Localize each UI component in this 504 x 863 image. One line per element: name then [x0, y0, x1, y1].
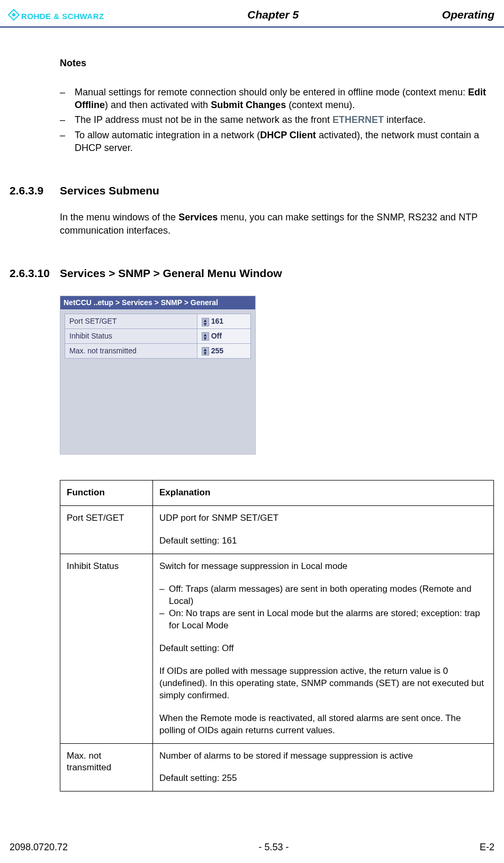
field-value[interactable]: ▴▾255: [197, 344, 250, 359]
section-heading: 2.6.3.9 Services Submenu: [10, 183, 494, 198]
screenshot-titlebar: NetCCU ..etup > Services > SNMP > Genera…: [60, 296, 255, 309]
field-label: Port SET/GET: [65, 314, 197, 329]
section-number: 2.6.3.10: [10, 266, 60, 281]
logo-diamond-icon: [8, 9, 20, 21]
explanation-cell: UDP port for SNMP SET/GET Default settin…: [153, 506, 494, 554]
note-item: – To allow automatic integration in a ne…: [60, 129, 494, 155]
explanation-cell: Switch for message suppression in Local …: [153, 554, 494, 743]
table-header-row: Function Explanation: [60, 481, 494, 506]
chapter-label: Chapter 5: [247, 7, 299, 22]
field-label: Max. not transmitted: [65, 344, 197, 359]
field-value[interactable]: ▴▾161: [197, 314, 250, 329]
col-function: Function: [60, 481, 153, 506]
footer-left: 2098.0720.72: [10, 841, 68, 853]
explanation-cell: Number of alarms to be stored if message…: [153, 743, 494, 791]
screenshot-table: Port SET/GET ▴▾161 Inhibit Status ▴▾Off …: [65, 314, 251, 359]
bullet-dash: –: [60, 113, 75, 126]
footer-right: E-2: [480, 841, 494, 853]
bullet-dash: –: [60, 86, 75, 112]
field-label: Inhibit Status: [65, 329, 197, 344]
footer-center: - 5.53 -: [259, 841, 289, 853]
page-footer: 2098.0720.72 - 5.53 - E-2: [0, 841, 504, 853]
section-title: Services > SNMP > General Menu Window: [60, 266, 282, 281]
note-item: – Manual settings for remote connection …: [60, 86, 494, 112]
section-number: 2.6.3.9: [10, 183, 60, 198]
col-explanation: Explanation: [153, 481, 494, 506]
menu-screenshot: NetCCU ..etup > Services > SNMP > Genera…: [60, 296, 256, 455]
func-cell: Port SET/GET: [60, 506, 153, 554]
section-body: In the menu windows of the Services menu…: [60, 211, 494, 237]
note-text: Manual settings for remote connection sh…: [75, 86, 494, 112]
spinner-icon[interactable]: ▴▾: [202, 347, 209, 355]
page-category: Operating: [442, 7, 494, 22]
section-title: Services Submenu: [60, 183, 159, 198]
notes-heading: Notes: [60, 57, 494, 69]
logo-text: ROHDE & SCHWARZ: [21, 11, 104, 22]
explanation-list: –Off: Traps (alarm messages) are sent in…: [159, 583, 487, 632]
brand-logo: ROHDE & SCHWARZ: [10, 11, 104, 22]
spinner-icon[interactable]: ▴▾: [202, 318, 209, 326]
section-heading: 2.6.3.10 Services > SNMP > General Menu …: [10, 266, 494, 281]
page-header: ROHDE & SCHWARZ Chapter 5 Operating: [0, 0, 504, 28]
bullet-dash: –: [60, 129, 75, 155]
list-item: –On: No traps are sent in Local mode but…: [159, 608, 487, 632]
function-table: Function Explanation Port SET/GET UDP po…: [60, 480, 494, 791]
list-item: –Off: Traps (alarm messages) are sent in…: [159, 583, 487, 608]
notes-list: – Manual settings for remote connection …: [60, 86, 494, 154]
table-row: Port SET/GET UDP port for SNMP SET/GET D…: [60, 506, 494, 554]
note-item: – The IP address must not be in the same…: [60, 113, 494, 126]
func-cell: Max. not transmitted: [60, 743, 153, 791]
screenshot-row: Inhibit Status ▴▾Off: [65, 329, 251, 344]
screenshot-row: Max. not transmitted ▴▾255: [65, 344, 251, 359]
func-cell: Inhibit Status: [60, 554, 153, 743]
note-text: To allow automatic integration in a netw…: [75, 129, 494, 155]
spinner-icon[interactable]: ▴▾: [202, 332, 209, 341]
table-row: Max. not transmitted Number of alarms to…: [60, 743, 494, 791]
screenshot-row: Port SET/GET ▴▾161: [65, 314, 251, 329]
field-value[interactable]: ▴▾Off: [197, 329, 250, 344]
screenshot-body: Port SET/GET ▴▾161 Inhibit Status ▴▾Off …: [60, 309, 255, 363]
page-content: Notes – Manual settings for remote conne…: [0, 28, 504, 791]
table-row: Inhibit Status Switch for message suppre…: [60, 554, 494, 743]
note-text: The IP address must not be in the same n…: [75, 113, 494, 126]
